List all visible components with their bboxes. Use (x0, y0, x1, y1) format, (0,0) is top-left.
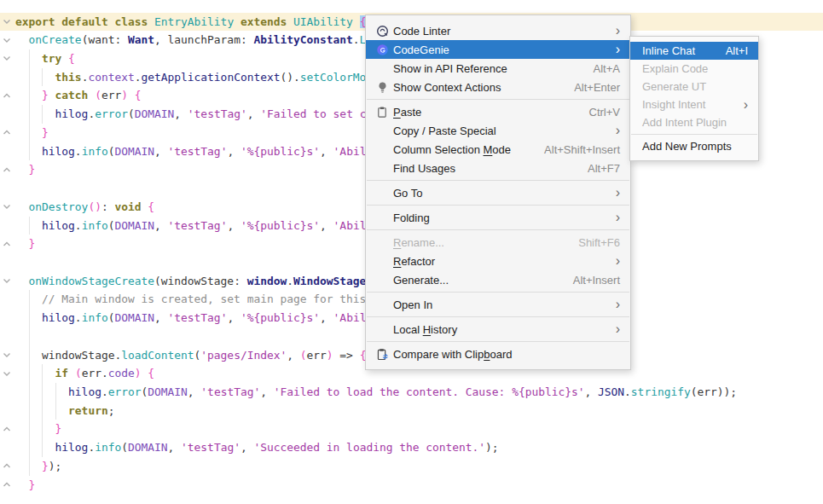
menu-item-show-in-api-reference[interactable]: Show in API ReferenceAlt+A (366, 59, 630, 78)
fold-collapse-icon[interactable] (1, 49, 13, 68)
compare-clipboard-icon (371, 348, 393, 361)
menu-item-open-in[interactable]: Open In› (366, 295, 630, 314)
menu-item-rename: Rename...Shift+F6 (366, 233, 630, 252)
deveco-editor-screen: export default class EntryAbility extend… (0, 0, 823, 504)
menu-item-label: Add New Prompts (642, 140, 732, 153)
code-line-text: hilog.info(DOMAIN, 'testTag', 'Succeeded… (15, 438, 499, 457)
menu-item-generate-ut: Generate UT (630, 78, 758, 96)
menu-item-folding[interactable]: Folding› (366, 208, 630, 227)
paste-icon (371, 106, 393, 119)
code-line-text: if (err.code) { (15, 364, 154, 383)
menu-item-explain-code: Explain Code (630, 60, 758, 78)
menu-item-shortcut: Alt+F7 (588, 162, 620, 175)
menu-item-insight-intent: Insight Intent› (630, 96, 758, 113)
menu-item-local-history[interactable]: Local History› (366, 320, 630, 339)
code-line: hilog.info(DOMAIN, 'testTag', 'Succeeded… (0, 438, 823, 457)
fold-end-icon[interactable] (1, 124, 13, 142)
code-line-text: try { (15, 49, 75, 68)
menu-item-label: CodeGenie (393, 43, 449, 56)
menu-item-paste[interactable]: PasteCtrl+V (366, 102, 630, 121)
code-line-text: } catch (err) { (15, 86, 142, 105)
menu-item-copy-paste-special[interactable]: Copy / Paste Special› (366, 121, 630, 140)
menu-separator (367, 316, 629, 317)
fold-end-icon[interactable] (1, 457, 13, 476)
menu-item-label: Insight Intent (642, 98, 705, 111)
menu-separator (367, 341, 629, 342)
code-line-text: return; (15, 402, 114, 420)
fold-collapse-icon[interactable] (1, 364, 13, 383)
editor-context-menu: Code Linter›CodeGenie›Show in API Refere… (365, 14, 631, 370)
fold-collapse-icon[interactable] (1, 272, 13, 291)
menu-item-show-context-actions[interactable]: Show Context ActionsAlt+Enter (366, 78, 630, 96)
menu-item-label: Refactor (393, 255, 435, 268)
menu-item-label: Code Linter (393, 25, 450, 38)
code-line: return; (0, 402, 823, 420)
menu-item-label: Generate... (393, 274, 449, 287)
menu-separator (367, 99, 629, 100)
submenu-arrow-icon: › (744, 101, 748, 109)
code-line-text: // Main window is created, set main page… (15, 290, 419, 309)
menu-item-shortcut: Shift+F6 (578, 236, 620, 249)
menu-item-shortcut: Alt+Shift+Insert (544, 143, 620, 156)
menu-item-label: Paste (393, 106, 421, 119)
menu-item-label: Show in API Reference (393, 62, 507, 75)
code-line: }); (0, 457, 823, 476)
menu-item-find-usages[interactable]: Find UsagesAlt+F7 (366, 159, 630, 177)
bulb-icon (371, 81, 393, 94)
menu-item-label: Go To (393, 187, 422, 200)
menu-separator (367, 292, 629, 293)
menu-item-codegenie[interactable]: CodeGenie› (366, 40, 630, 59)
code-line: hilog.error(DOMAIN, 'testTag', 'Failed t… (0, 383, 823, 402)
menu-separator (367, 205, 629, 206)
code-line-text: } (15, 420, 61, 438)
code-line-text: } (15, 476, 35, 495)
menu-item-column-selection-mode[interactable]: Column Selection ModeAlt+Shift+Insert (366, 140, 630, 159)
menu-item-shortcut: Alt+A (594, 62, 620, 75)
fold-collapse-icon[interactable] (1, 13, 13, 32)
menu-item-label: Explain Code (642, 62, 708, 75)
submenu-arrow-icon: › (616, 126, 620, 135)
fold-collapse-icon[interactable] (1, 198, 13, 217)
menu-item-inline-chat[interactable]: Inline ChatAlt+I (630, 42, 758, 60)
menu-item-label: Show Context Actions (393, 81, 501, 94)
code-line-text: } (15, 160, 35, 179)
menu-item-label: Find Usages (393, 162, 455, 175)
menu-separator (367, 180, 629, 181)
codegenie-icon (371, 43, 393, 56)
menu-separator (367, 229, 629, 230)
menu-item-label: Inline Chat (642, 44, 695, 57)
code-line-text: } (15, 235, 35, 253)
menu-item-generate[interactable]: Generate...Alt+Insert (366, 270, 630, 289)
menu-item-label: Folding (393, 211, 430, 224)
submenu-arrow-icon: › (616, 45, 620, 54)
indent-guide (29, 327, 30, 346)
menu-item-shortcut: Alt+Insert (573, 274, 620, 287)
menu-item-label: Copy / Paste Special (393, 125, 496, 137)
menu-item-refactor[interactable]: Refactor› (366, 252, 630, 270)
submenu-arrow-icon: › (616, 26, 620, 35)
menu-item-label: Add Intent Plugin (642, 116, 727, 129)
fold-end-icon[interactable] (1, 476, 13, 495)
code-line-text: }); (15, 457, 61, 476)
menu-item-shortcut: Alt+Enter (574, 81, 620, 94)
submenu-arrow-icon: › (616, 188, 620, 197)
fold-collapse-icon[interactable] (1, 31, 13, 49)
fold-end-icon[interactable] (1, 420, 13, 438)
submenu-arrow-icon: › (616, 300, 620, 309)
menu-item-compare-with-clipboard[interactable]: Compare with Clipboard (366, 345, 630, 363)
code-linter-icon (371, 25, 393, 38)
menu-item-code-linter[interactable]: Code Linter› (366, 21, 630, 40)
fold-collapse-icon[interactable] (1, 346, 13, 365)
fold-end-icon[interactable] (1, 235, 13, 253)
code-line-text: hilog.error(DOMAIN, 'testTag', 'Failed t… (15, 383, 737, 402)
codegenie-submenu: Inline ChatAlt+IExplain CodeGenerate UTI… (629, 36, 759, 161)
menu-item-add-new-prompts[interactable]: Add New Prompts (630, 137, 758, 155)
fold-end-icon[interactable] (1, 160, 13, 179)
code-line: } (0, 476, 823, 495)
code-line-text: export default class EntryAbility extend… (15, 13, 366, 32)
menu-item-go-to[interactable]: Go To› (366, 183, 630, 202)
menu-item-label: Local History (393, 323, 457, 336)
fold-end-icon[interactable] (1, 86, 13, 105)
submenu-arrow-icon: › (616, 325, 620, 333)
code-line-text: } (15, 124, 49, 142)
